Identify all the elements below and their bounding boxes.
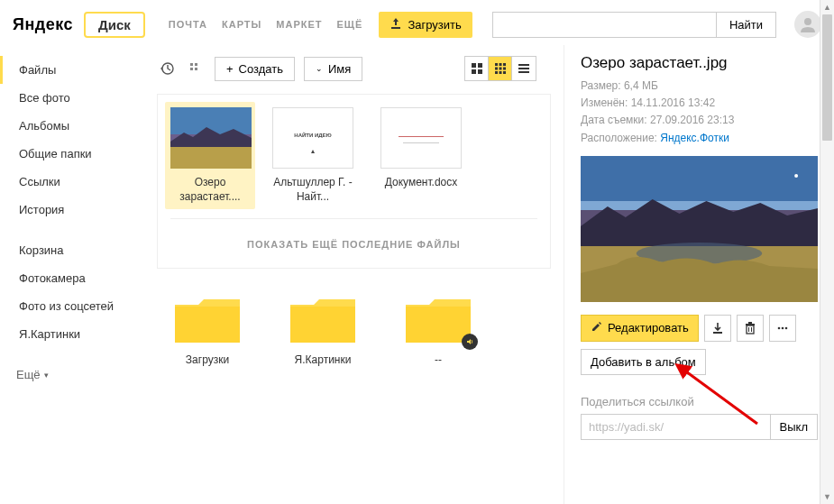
file-card[interactable]: Озеро зарастает.... [165, 102, 255, 209]
folder-card[interactable]: -- [393, 294, 483, 368]
svg-rect-12 [503, 63, 506, 66]
toolbar: + Создать ⌄ Имя [157, 52, 551, 94]
svg-rect-17 [499, 71, 501, 74]
scrollbar[interactable]: ▲ ▼ [820, 0, 834, 504]
sidebar-item-history[interactable]: История [0, 196, 144, 224]
share-section: Поделиться ссылкой Выкл [581, 395, 818, 440]
create-button[interactable]: + Создать [215, 57, 295, 81]
folders: Загрузки Я.Картинки -- [157, 269, 551, 368]
search-button[interactable]: Найти [716, 13, 775, 37]
file-thumbnail [380, 107, 462, 169]
folder-icon [402, 294, 474, 346]
svg-rect-18 [503, 71, 506, 74]
svg-point-37 [778, 326, 781, 329]
file-preview[interactable] [581, 156, 818, 302]
file-card[interactable]: НАЙТИ ИДЕЮ▴ Альтшуллер Г. - Найт... [268, 107, 358, 204]
view-list[interactable] [512, 57, 536, 80]
sound-badge-icon [462, 334, 478, 350]
nav-more[interactable]: ЕЩЁ [337, 19, 363, 30]
folder-card[interactable]: Загрузки [162, 294, 252, 368]
folder-icon [171, 294, 243, 346]
svg-rect-21 [518, 71, 529, 73]
svg-rect-11 [499, 63, 501, 66]
svg-rect-2 [190, 63, 193, 66]
recent-files: Озеро зарастает.... НАЙТИ ИДЕЮ▴ Альтшулл… [157, 94, 551, 269]
folder-name: Загрузки [162, 353, 252, 368]
file-name: Озеро зарастает.... [170, 176, 250, 204]
chevron-down-icon: ⌄ [316, 64, 323, 73]
svg-rect-19 [518, 64, 529, 66]
folder-name: -- [393, 353, 483, 368]
svg-rect-16 [495, 71, 498, 74]
upload-icon [390, 17, 402, 32]
sidebar-item-allphotos[interactable]: Все фото [0, 84, 144, 112]
share-url-input[interactable] [581, 414, 771, 440]
svg-rect-15 [503, 68, 506, 70]
share-label: Поделиться ссылкой [581, 395, 818, 408]
add-to-album-button[interactable]: Добавить в альбом [581, 349, 706, 375]
disk-button[interactable]: Диск [84, 12, 145, 38]
svg-point-38 [782, 326, 784, 329]
scroll-down-icon[interactable]: ▼ [820, 490, 834, 504]
delete-button[interactable] [737, 315, 764, 342]
sidebar-item-camera[interactable]: Фотокамера [0, 264, 144, 292]
details-panel: Озеро зарастает..jpg Размер: 6,4 МБ Изме… [564, 45, 834, 504]
svg-rect-5 [195, 68, 197, 70]
svg-rect-9 [478, 69, 482, 74]
view-toggle [464, 56, 536, 81]
upload-label: Загрузить [408, 18, 461, 32]
view-large-tiles[interactable] [465, 57, 489, 80]
svg-rect-32 [747, 325, 754, 334]
chevron-down-icon: ▾ [44, 371, 49, 380]
svg-point-0 [804, 18, 811, 25]
avatar[interactable] [794, 11, 821, 38]
svg-rect-6 [472, 63, 476, 68]
show-more-button[interactable]: ПОКАЗАТЬ ЕЩЁ ПОСЛЕДНИЕ ФАЙЛЫ [170, 218, 537, 255]
logo[interactable]: Яндекс [13, 15, 73, 34]
file-name: Документ.docx [376, 176, 466, 190]
history-icon[interactable] [157, 59, 177, 78]
location-link[interactable]: Яндекс.Фотки [660, 132, 729, 144]
nav-market[interactable]: МАРКЕТ [276, 19, 322, 30]
nav-maps[interactable]: КАРТЫ [222, 19, 261, 30]
svg-point-39 [785, 326, 788, 329]
share-toggle-button[interactable]: Выкл [771, 414, 818, 440]
svg-rect-31 [713, 332, 722, 334]
svg-rect-33 [746, 324, 755, 325]
download-button[interactable] [704, 315, 731, 342]
sidebar-item-shared[interactable]: Общие папки [0, 140, 144, 168]
sidebar-item-files[interactable]: Файлы [0, 56, 144, 84]
svg-rect-8 [472, 69, 476, 74]
upload-button[interactable]: Загрузить [379, 12, 472, 38]
settings-icon[interactable] [186, 59, 206, 78]
folder-card[interactable]: Я.Картинки [278, 294, 368, 368]
file-title: Озеро зарастает..jpg [581, 54, 818, 72]
search-input[interactable] [493, 13, 716, 37]
more-button[interactable] [769, 315, 796, 342]
svg-point-30 [794, 174, 798, 178]
svg-rect-24 [170, 147, 252, 169]
scrollbar-thumb[interactable] [822, 14, 832, 141]
plus-icon: + [226, 62, 234, 76]
svg-rect-3 [195, 63, 197, 66]
edit-button[interactable]: Редактировать [581, 315, 699, 342]
nav-mail[interactable]: ПОЧТА [169, 19, 207, 30]
folder-name: Я.Картинки [278, 353, 368, 368]
content-area: + Создать ⌄ Имя [144, 45, 564, 504]
sort-button[interactable]: ⌄ Имя [304, 57, 362, 81]
sidebar-item-trash[interactable]: Корзина [0, 236, 144, 264]
scroll-up-icon[interactable]: ▲ [820, 0, 834, 14]
sidebar-item-links[interactable]: Ссылки [0, 168, 144, 196]
view-tiles[interactable] [489, 57, 512, 80]
edit-icon [591, 321, 602, 335]
svg-rect-7 [478, 63, 482, 68]
sidebar-item-albums[interactable]: Альбомы [0, 112, 144, 140]
sidebar-more[interactable]: Ещё ▾ [0, 361, 144, 389]
svg-rect-10 [495, 63, 498, 66]
file-name: Альтшуллер Г. - Найт... [268, 176, 358, 204]
sidebar-item-social[interactable]: Фото из соцсетей [0, 292, 144, 320]
top-nav: ПОЧТА КАРТЫ МАРКЕТ ЕЩЁ [169, 19, 363, 30]
sidebar-item-yapics[interactable]: Я.Картинки [0, 320, 144, 348]
file-card[interactable]: Документ.docx [376, 107, 466, 204]
search-box: Найти [492, 12, 776, 38]
